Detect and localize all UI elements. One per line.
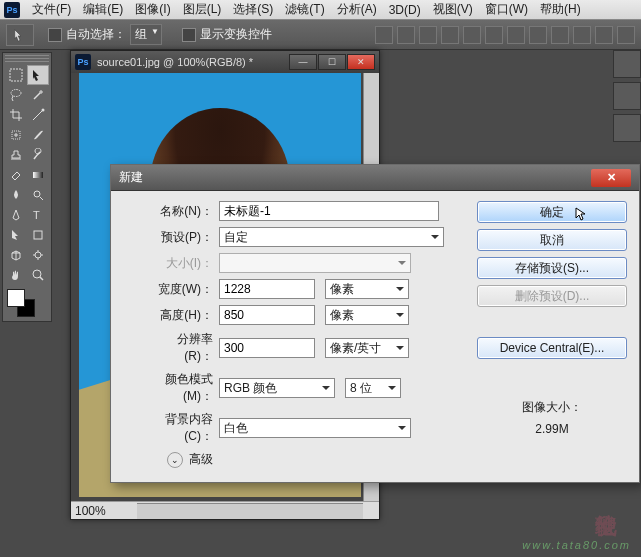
menu-edit[interactable]: 编辑(E) [77, 1, 129, 18]
marquee-tool-icon[interactable] [5, 65, 27, 85]
gradient-tool-icon[interactable] [27, 165, 49, 185]
minimize-button[interactable]: — [289, 54, 317, 70]
menu-image[interactable]: 图像(I) [129, 1, 176, 18]
save-preset-button[interactable]: 存储预设(S)... [477, 257, 627, 279]
tool-preset-picker[interactable] [6, 24, 34, 46]
align-icon[interactable] [463, 26, 481, 44]
path-select-tool-icon[interactable] [5, 225, 27, 245]
close-button[interactable]: ✕ [347, 54, 375, 70]
panel-tab[interactable] [613, 82, 641, 110]
horizontal-scrollbar[interactable] [137, 503, 363, 519]
history-brush-tool-icon[interactable] [27, 145, 49, 165]
menu-filter[interactable]: 滤镜(T) [279, 1, 330, 18]
document-title: source01.jpg @ 100%(RGB/8) * [97, 56, 289, 68]
auto-select-target[interactable]: 组 [130, 24, 162, 45]
menu-window[interactable]: 窗口(W) [479, 1, 534, 18]
lasso-tool-icon[interactable] [5, 85, 27, 105]
svg-point-9 [33, 270, 41, 278]
menu-view[interactable]: 视图(V) [427, 1, 479, 18]
svg-text:T: T [33, 209, 40, 221]
3d-tool-icon[interactable] [5, 245, 27, 265]
dialog-close-button[interactable]: ✕ [591, 169, 631, 187]
foreground-color[interactable] [7, 289, 25, 307]
image-size-label: 图像大小： [477, 399, 627, 416]
menu-analysis[interactable]: 分析(A) [331, 1, 383, 18]
distribute-icon[interactable] [617, 26, 635, 44]
shape-tool-icon[interactable] [27, 225, 49, 245]
zoom-tool-icon[interactable] [27, 265, 49, 285]
cursor-icon [574, 206, 590, 225]
stamp-tool-icon[interactable] [5, 145, 27, 165]
distribute-icon[interactable] [529, 26, 547, 44]
panel-tab[interactable] [613, 50, 641, 78]
distribute-icon[interactable] [573, 26, 591, 44]
move-tool-icon[interactable] [27, 65, 49, 85]
eyedropper-tool-icon[interactable] [27, 105, 49, 125]
cancel-button[interactable]: 取消 [477, 229, 627, 251]
menu-3d[interactable]: 3D(D) [383, 3, 427, 17]
device-central-button[interactable]: Device Central(E)... [477, 337, 627, 359]
resolution-input[interactable] [219, 338, 315, 358]
ok-button[interactable]: 确定 [477, 201, 627, 223]
distribute-icon[interactable] [551, 26, 569, 44]
dialog-titlebar[interactable]: 新建 ✕ [111, 165, 639, 191]
width-unit-select[interactable]: 像素 [325, 279, 409, 299]
3d-camera-tool-icon[interactable] [27, 245, 49, 265]
resolution-label: 分辨率(R)： [123, 331, 219, 365]
align-icon[interactable] [485, 26, 503, 44]
dodge-tool-icon[interactable] [27, 185, 49, 205]
size-select [219, 253, 411, 273]
zoom-level[interactable]: 100% [75, 504, 135, 518]
panel-grip[interactable] [5, 55, 49, 63]
options-bar: 自动选择： 组 显示变换控件 [0, 20, 641, 50]
pen-tool-icon[interactable] [5, 205, 27, 225]
preset-label: 预设(P)： [123, 229, 219, 246]
image-size-value: 2.99M [477, 422, 627, 436]
new-document-dialog: 新建 ✕ 名称(N)： 预设(P)： 自定 大小(I)： 宽度(W)： [110, 164, 640, 483]
distribute-icon[interactable] [595, 26, 613, 44]
name-input[interactable] [219, 201, 439, 221]
magic-wand-tool-icon[interactable] [27, 85, 49, 105]
align-icon[interactable] [441, 26, 459, 44]
delete-preset-button: 删除预设(D)... [477, 285, 627, 307]
background-select[interactable]: 白色 [219, 418, 411, 438]
menu-help[interactable]: 帮助(H) [534, 1, 587, 18]
maximize-button[interactable]: ☐ [318, 54, 346, 70]
panel-tab[interactable] [613, 114, 641, 142]
healing-tool-icon[interactable] [5, 125, 27, 145]
bit-depth-select[interactable]: 8 位 [345, 378, 401, 398]
blur-tool-icon[interactable] [5, 185, 27, 205]
menu-layer[interactable]: 图层(L) [177, 1, 228, 18]
panel-dock [613, 50, 641, 142]
auto-select-label: 自动选择： [66, 26, 126, 43]
menu-select[interactable]: 选择(S) [227, 1, 279, 18]
width-label: 宽度(W)： [123, 281, 219, 298]
height-unit-select[interactable]: 像素 [325, 305, 409, 325]
resolution-unit-select[interactable]: 像素/英寸 [325, 338, 409, 358]
svg-rect-7 [34, 231, 42, 239]
doc-logo-icon: Ps [75, 54, 91, 70]
align-icon[interactable] [419, 26, 437, 44]
distribute-icon[interactable] [507, 26, 525, 44]
height-input[interactable] [219, 305, 315, 325]
auto-select-checkbox[interactable] [48, 28, 62, 42]
color-swatches[interactable] [5, 289, 49, 319]
svg-point-1 [11, 90, 21, 97]
align-icon[interactable] [397, 26, 415, 44]
width-input[interactable] [219, 279, 315, 299]
crop-tool-icon[interactable] [5, 105, 27, 125]
color-mode-select[interactable]: RGB 颜色 [219, 378, 335, 398]
document-titlebar[interactable]: Ps source01.jpg @ 100%(RGB/8) * — ☐ ✕ [71, 51, 379, 73]
menu-file[interactable]: 文件(F) [26, 1, 77, 18]
align-icon[interactable] [375, 26, 393, 44]
eraser-tool-icon[interactable] [5, 165, 27, 185]
show-transform-checkbox[interactable] [182, 28, 196, 42]
app-logo: Ps [4, 2, 20, 18]
type-tool-icon[interactable]: T [27, 205, 49, 225]
brush-tool-icon[interactable] [27, 125, 49, 145]
tools-panel: T [2, 52, 52, 322]
name-label: 名称(N)： [123, 203, 219, 220]
preset-select[interactable]: 自定 [219, 227, 444, 247]
advanced-toggle[interactable]: ⌄ [167, 452, 183, 468]
hand-tool-icon[interactable] [5, 265, 27, 285]
